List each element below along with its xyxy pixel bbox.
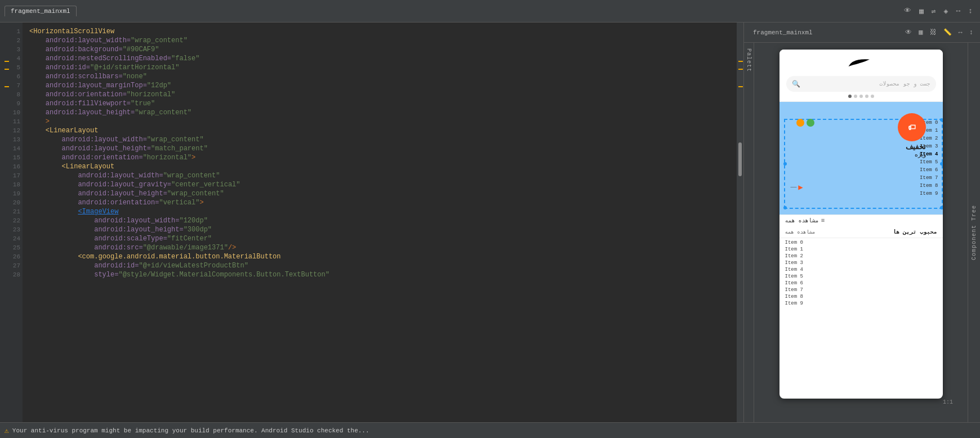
list-item: Item 6 <box>920 166 938 174</box>
code-line: android:nestedScrollingEnabled="false" <box>29 54 730 63</box>
right-panel-inner: Palett جست و جو محصولات <box>744 43 980 422</box>
code-line: android:layout_width="wrap_content" <box>29 135 730 144</box>
handle-mr[interactable] <box>940 162 943 166</box>
code-line: android:layout_height="match_parent" <box>29 144 730 153</box>
phone-header: جست و جو محصولات 🔍 <box>779 50 943 102</box>
popular-header: محبوب ترین ها مشاهده همه <box>779 226 943 238</box>
main-area: 12345 678910 1112131415 1617181920 21222… <box>0 23 980 422</box>
dot-4 <box>865 95 868 98</box>
popular-list-item: Item 3 <box>779 260 943 266</box>
code-line: <LinearLayout <box>29 126 730 135</box>
right-toolbar-icons: 👁 ▦ ⛓ 📏 ↔ ↕ <box>903 27 975 38</box>
expand-rt-icon[interactable]: ↔ <box>956 28 965 38</box>
popular-title: محبوب ترین ها <box>893 229 937 235</box>
code-line: android:orientation="vertical"> <box>29 198 730 207</box>
toolbar-icons: 👁 ▦ ⇌ ◈ ↔ ↕ <box>901 6 975 17</box>
fit-height-icon-btn[interactable]: ↕ <box>965 6 975 16</box>
code-line: <HorizontalScrollView <box>29 27 730 36</box>
grid-icon-btn[interactable]: ▦ <box>916 6 926 17</box>
component-tree-tab[interactable]: Component Tree <box>968 43 980 422</box>
code-line: android:id="@+id/startHorizontal" <box>29 63 730 72</box>
pixel-icon-btn[interactable]: ◈ <box>941 6 951 17</box>
warning-text: Your anti-virus program might be impacti… <box>12 427 369 434</box>
eye-icon-btn[interactable]: 👁 <box>901 6 914 16</box>
code-content[interactable]: <HorizontalScrollView android:layout_wid… <box>23 23 737 422</box>
handle-bl[interactable] <box>783 206 787 209</box>
popular-list-item: Item 9 <box>779 300 943 307</box>
code-line: style="@style/Widget.MaterialComponents.… <box>29 270 730 279</box>
code-line: android:fillViewport="true" <box>29 99 730 108</box>
handle-tr[interactable] <box>940 118 943 122</box>
code-line: <com.google.android.material.button.Mate… <box>29 252 730 261</box>
code-line: android:layout_height="wrap_content" <box>29 189 730 198</box>
dot-2 <box>854 95 857 98</box>
code-line: android:layout_width="wrap_content" <box>29 171 730 180</box>
handle-ml[interactable] <box>783 162 787 166</box>
phone-banner: Item 0 Item 1 Item 2 Item 3 Item 4 Item … <box>779 102 943 214</box>
h-marker-1 <box>5 61 9 62</box>
search-icon: 🔍 <box>792 80 800 88</box>
code-line: > <box>29 117 730 126</box>
discount-circle: 🏷 <box>898 113 926 141</box>
phone-frame: جست و جو محصولات 🔍 <box>779 50 943 399</box>
handle-br[interactable] <box>940 206 943 209</box>
popular-list-item: Item 4 <box>779 266 943 273</box>
discount-sub: ویژه <box>898 151 926 158</box>
list-item: Item 7 <box>920 174 938 182</box>
phone-preview-container: جست و جو محصولات 🔍 <box>754 43 968 422</box>
file-tab[interactable]: fragment_mainxml <box>5 6 77 16</box>
eye-rt-icon[interactable]: 👁 <box>903 27 914 38</box>
see-all-banner-text: مشاهده همه <box>785 217 819 224</box>
code-line: android:layout_width="120dp" <box>29 216 730 225</box>
bottom-warning: ⚠ Your anti-virus program might be impac… <box>5 426 975 435</box>
right-panel: fragment_mainxml 👁 ▦ ⛓ 📏 ↔ ↕ Palett <box>743 23 980 422</box>
nike-logo <box>847 55 875 73</box>
palette-tab[interactable]: Palett <box>744 43 754 422</box>
code-line: android:layout_gravity="center_vertical" <box>29 180 730 189</box>
warning-icon: ⚠ <box>5 426 9 435</box>
discount-badge: 🏷 تخفیف ویژه <box>898 113 926 158</box>
popular-list-item: Item 6 <box>779 280 943 287</box>
code-line: <LinearLayout <box>29 162 730 171</box>
design-tab[interactable]: fragment_mainxml <box>749 28 817 37</box>
code-line: android:orientation="horizontal"> <box>29 153 730 162</box>
code-line: android:layout_height="wrap_content" <box>29 108 730 117</box>
palette-label: Palett <box>746 48 752 72</box>
grid-rt-icon[interactable]: ▦ <box>916 27 925 38</box>
search-bar[interactable]: جست و جو محصولات 🔍 <box>786 76 936 92</box>
arrow-area: —— ▶ <box>791 182 803 192</box>
search-placeholder: جست و جو محصولات <box>804 81 930 87</box>
color-dot-orange <box>796 119 804 127</box>
file-tab-label: fragment_mainxml <box>11 8 70 15</box>
fit-width-icon-btn[interactable]: ↔ <box>953 6 963 16</box>
height-rt-icon[interactable]: ↕ <box>967 28 975 38</box>
popular-list-item: Item 1 <box>779 246 943 253</box>
component-tree-label: Component Tree <box>971 205 977 260</box>
right-toolbar: fragment_mainxml 👁 ▦ ⛓ 📏 ↔ ↕ <box>744 23 980 43</box>
code-line: android:scrollbars="none" <box>29 72 730 81</box>
connections-icon-btn[interactable]: ⇌ <box>929 6 939 17</box>
see-all-popular: مشاهده همه <box>785 229 816 235</box>
code-line: android:layout_height="300dp" <box>29 225 730 234</box>
code-line: android:background="#90CAF9" <box>29 45 730 54</box>
popular-items-list: Item 0 Item 1 Item 2 Item 3 Item 4 Item … <box>779 238 943 308</box>
link-rt-icon[interactable]: ⛓ <box>928 27 939 38</box>
dot-5 <box>871 95 874 98</box>
list-item: Item 9 <box>920 190 938 198</box>
dots-row <box>848 95 874 98</box>
discount-emoji: 🏷 <box>908 123 916 132</box>
see-all-row: ≡ مشاهده همه <box>779 214 943 226</box>
list-icon: ≡ <box>821 217 825 224</box>
list-item: Item 8 <box>920 182 938 190</box>
scroll-mark-2 <box>738 69 743 70</box>
code-line: android:scaleType="fitCenter" <box>29 234 730 243</box>
list-item: Item 5 <box>920 158 938 166</box>
line-numbers: 12345 678910 1112131415 1617181920 21222… <box>0 23 23 422</box>
code-line: android:src="@drawable/image1371"/> <box>29 243 730 252</box>
bottom-bar: ⚠ Your anti-virus program might be impac… <box>0 422 980 438</box>
dot-3 <box>859 95 863 98</box>
scroll-thumb[interactable] <box>738 142 742 176</box>
top-toolbar: fragment_mainxml 👁 ▦ ⇌ ◈ ↔ ↕ <box>0 0 980 23</box>
scrollbar[interactable] <box>737 23 743 422</box>
ruler-rt-icon[interactable]: 📏 <box>941 27 954 38</box>
